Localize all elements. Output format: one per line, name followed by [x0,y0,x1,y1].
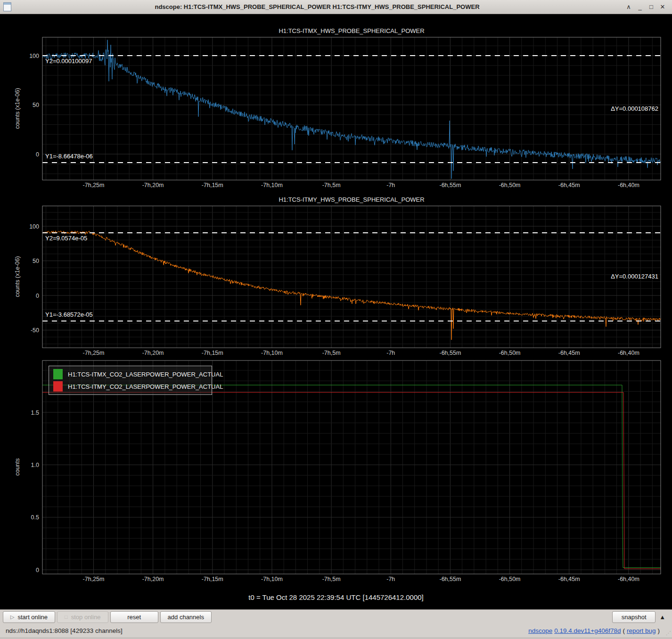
x-tick-label: -7h,20m [142,182,164,188]
snapshot-label: snapshot [622,614,647,621]
x-tick-label: -7h,5m [322,182,341,188]
x-tick-label: -6h,40m [618,576,639,582]
x-tick-label: -7h,10m [261,576,283,582]
x-tick-label: -7h,25m [83,576,105,582]
title-bar[interactable]: ndscope: H1:TCS-ITMX_HWS_PROBE_SPHERICAL… [0,0,672,14]
window-bottom-edge [0,637,672,639]
x-tick-label: -7h,10m [261,350,283,356]
x-tick-label: -7h,5m [322,576,341,582]
y-tick-label: 1.5 [31,410,39,416]
x-tick-label: -6h,55m [439,350,461,356]
red-series-swatch [53,381,63,392]
nds-server-status: nds://h1daqnds1:8088 [429233 channels] [6,627,123,634]
stop-icon: □ [65,614,68,620]
play-icon: ▷ [10,614,14,620]
plot2-title: H1:TCS-ITMY_HWS_PROBE_SPHERICAL_POWER [42,196,661,203]
y-tick-label: 0 [36,151,39,158]
charts-canvas[interactable]: -7h,25m-7h,20m-7h,15m-7h,10m-7h,5m-7h-6h… [0,14,672,609]
add-channels-button[interactable]: add channels [160,611,212,623]
x-tick-label: -7h,25m [83,182,105,188]
x-tick-label: -6h,50m [499,576,521,582]
plot2-y-axis-label: counts (x1e-06) [14,239,22,314]
plot1-y-axis-label: counts (x1e-06) [14,71,22,146]
x-tick-label: -6h,50m [499,182,521,188]
t0-timestamp-label: t0 = Tue Oct 28 2025 22:39:54 UTC [14457… [0,593,672,601]
version-links: ndscope 0.19.4.dev11+g406f78d (report bu… [528,627,660,634]
stop-online-button[interactable]: □ stop online [57,611,108,623]
x-tick-label: -6h,50m [499,350,521,356]
x-tick-label: -7h,20m [142,576,164,582]
x-tick-label: -6h,45m [558,182,580,188]
ndscope-window: ndscope: H1:TCS-ITMX_HWS_PROBE_SPHERICAL… [0,0,672,639]
x-tick-label: -7h,20m [142,350,164,356]
x-tick-label: -6h,40m [618,182,639,188]
reset-button[interactable]: reset [110,611,158,623]
y-tick-label: 100 [29,223,39,230]
y-tick-label: -50 [31,327,39,334]
plot1-title: H1:TCS-ITMX_HWS_PROBE_SPHERICAL_POWER [42,27,661,34]
legend-label: H1:TCS-ITMY_CO2_LASERPOWER_POWER_ACTUAL [68,383,223,390]
report-bug-link[interactable]: report bug [627,627,656,634]
minimize-button[interactable]: _ [634,3,646,10]
x-tick-label: -7h,10m [261,182,283,188]
legend-item: H1:TCS-ITMX_CO2_LASERPOWER_POWER_ACTUAL [53,369,207,380]
x-tick-label: -7h,5m [322,350,341,356]
bug-prefix: ( [623,627,625,634]
maximize-button[interactable]: □ [646,3,657,10]
window-controls: ∧ _ □ ✕ [623,3,668,10]
plot3-legend[interactable]: H1:TCS-ITMX_CO2_LASERPOWER_POWER_ACTUAL … [49,366,212,395]
window-title: ndscope: H1:TCS-ITMX_HWS_PROBE_SPHERICAL… [11,3,623,10]
x-tick-label: -6h,55m [439,576,461,582]
toolbar: ▷ start online □ stop online reset add c… [0,609,672,624]
plot-region: -7h,25m-7h,20m-7h,15m-7h,10m-7h,5m-7h-6h… [0,14,672,609]
reset-label: reset [127,614,141,621]
collapse-panel-icon[interactable]: ▲ [659,614,665,621]
y-tick-label: 0 [36,567,39,573]
x-tick-label: -7h [386,576,395,582]
plot2-cursor-y2-label[interactable]: Y2=9.0574e-05 [45,235,87,242]
y-tick-label: 0.5 [31,514,39,521]
x-tick-label: -6h,55m [439,182,461,188]
snapshot-button[interactable]: snapshot [612,611,656,623]
x-tick-label: -7h,15m [202,576,223,582]
green-series-swatch [53,369,63,379]
plot1-cursor-y2-label[interactable]: Y2=0.000100097 [45,57,92,65]
series-line [42,40,661,179]
window-icon [3,2,11,11]
y-tick-label: 50 [33,258,39,264]
stop-online-label: stop online [71,614,101,621]
y-tick-label: 0 [36,293,39,299]
legend-item: H1:TCS-ITMY_CO2_LASERPOWER_POWER_ACTUAL [53,381,207,393]
shade-window-button[interactable]: ∧ [623,3,634,10]
ndscope-link[interactable]: ndscope [528,627,552,634]
status-bar: nds://h1daqnds1:8088 [429233 channels] n… [0,624,672,637]
y-tick-label: 50 [33,102,39,108]
close-button[interactable]: ✕ [657,3,668,10]
resize-grip[interactable]: ⋰ [666,630,671,636]
x-tick-label: -7h [386,350,395,356]
series-line [42,393,661,569]
plot-border [42,206,661,348]
start-online-label: start online [17,614,48,621]
plot3-y-axis-label: counts [14,429,22,505]
x-tick-label: -6h,40m [618,350,639,356]
legend-label: H1:TCS-ITMX_CO2_LASERPOWER_POWER_ACTUAL [68,371,223,378]
y-tick-label: 1.0 [31,462,39,468]
x-tick-label: -7h,25m [83,350,105,356]
x-tick-label: -7h,15m [202,350,223,356]
plot-border [42,37,661,180]
x-tick-label: -7h [386,182,395,188]
plot2-cursor-dy-label: ΔY=0.000127431 [611,273,658,280]
plot1-cursor-dy-label: ΔY=0.000108762 [611,105,658,112]
plot1-cursor-y1-label[interactable]: Y1=-8.66478e-06 [45,153,93,160]
x-tick-label: -6h,45m [558,576,580,582]
x-tick-label: -6h,45m [558,350,580,356]
plot2-cursor-y1-label[interactable]: Y1=-3.68572e-05 [45,311,93,318]
version-link[interactable]: 0.19.4.dev11+g406f78d [554,627,621,634]
x-tick-label: -7h,15m [202,182,223,188]
y-tick-label: 100 [29,53,39,59]
bug-suffix: ) [658,627,660,634]
add-channels-label: add channels [168,614,204,621]
start-online-button[interactable]: ▷ start online [3,611,55,623]
